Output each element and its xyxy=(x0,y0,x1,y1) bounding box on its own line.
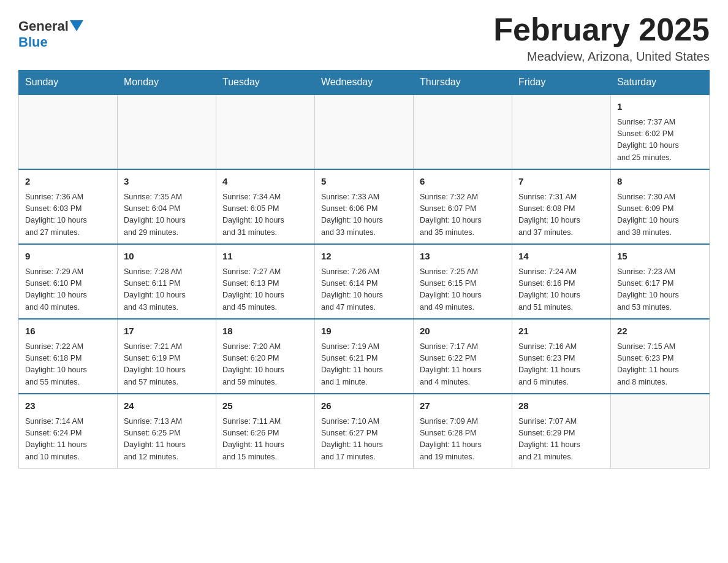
table-row xyxy=(414,94,512,169)
header-saturday: Saturday xyxy=(611,71,710,95)
day-number: 23 xyxy=(25,399,111,413)
table-row: 2Sunrise: 7:36 AMSunset: 6:03 PMDaylight… xyxy=(19,169,118,244)
day-number: 27 xyxy=(420,399,506,413)
logo-general-text: General xyxy=(18,18,69,34)
calendar-week-row: 1Sunrise: 7:37 AMSunset: 6:02 PMDaylight… xyxy=(19,94,710,169)
table-row xyxy=(19,94,118,169)
table-row: 15Sunrise: 7:23 AMSunset: 6:17 PMDayligh… xyxy=(611,244,710,319)
table-row: 10Sunrise: 7:28 AMSunset: 6:11 PMDayligh… xyxy=(118,244,216,319)
day-number: 21 xyxy=(518,324,604,339)
day-info: Sunrise: 7:13 AMSunset: 6:25 PMDaylight:… xyxy=(124,416,210,464)
logo-blue-text: Blue xyxy=(18,34,48,50)
day-number: 28 xyxy=(518,399,604,413)
table-row: 4Sunrise: 7:34 AMSunset: 6:05 PMDaylight… xyxy=(216,169,315,244)
day-info: Sunrise: 7:19 AMSunset: 6:21 PMDaylight:… xyxy=(321,341,407,389)
day-number: 11 xyxy=(222,250,308,264)
day-info: Sunrise: 7:28 AMSunset: 6:11 PMDaylight:… xyxy=(124,266,210,314)
table-row: 16Sunrise: 7:22 AMSunset: 6:18 PMDayligh… xyxy=(19,319,118,394)
table-row xyxy=(611,394,710,469)
day-info: Sunrise: 7:33 AMSunset: 6:06 PMDaylight:… xyxy=(321,191,407,239)
table-row: 18Sunrise: 7:20 AMSunset: 6:20 PMDayligh… xyxy=(216,319,315,394)
day-number: 17 xyxy=(124,324,210,339)
table-row: 24Sunrise: 7:13 AMSunset: 6:25 PMDayligh… xyxy=(118,394,216,469)
day-number: 8 xyxy=(617,175,703,189)
day-number: 7 xyxy=(518,175,604,189)
day-info: Sunrise: 7:26 AMSunset: 6:14 PMDaylight:… xyxy=(321,266,407,314)
table-row: 6Sunrise: 7:32 AMSunset: 6:07 PMDaylight… xyxy=(414,169,512,244)
day-info: Sunrise: 7:36 AMSunset: 6:03 PMDaylight:… xyxy=(25,191,111,239)
table-row: 23Sunrise: 7:14 AMSunset: 6:24 PMDayligh… xyxy=(19,394,118,469)
day-info: Sunrise: 7:22 AMSunset: 6:18 PMDaylight:… xyxy=(25,341,111,389)
calendar-week-row: 16Sunrise: 7:22 AMSunset: 6:18 PMDayligh… xyxy=(19,319,710,394)
day-number: 9 xyxy=(25,250,111,264)
day-info: Sunrise: 7:15 AMSunset: 6:23 PMDaylight:… xyxy=(617,341,703,389)
day-info: Sunrise: 7:25 AMSunset: 6:15 PMDaylight:… xyxy=(420,266,506,314)
day-number: 16 xyxy=(25,324,111,339)
logo: General Blue xyxy=(18,12,83,50)
calendar-week-row: 2Sunrise: 7:36 AMSunset: 6:03 PMDaylight… xyxy=(19,169,710,244)
table-row: 9Sunrise: 7:29 AMSunset: 6:10 PMDaylight… xyxy=(19,244,118,319)
day-info: Sunrise: 7:24 AMSunset: 6:16 PMDaylight:… xyxy=(518,266,604,314)
day-number: 26 xyxy=(321,399,407,413)
day-number: 3 xyxy=(124,175,210,189)
page-header: General Blue February 2025 Meadview, Ari… xyxy=(18,12,710,64)
day-info: Sunrise: 7:11 AMSunset: 6:26 PMDaylight:… xyxy=(222,416,308,464)
day-info: Sunrise: 7:31 AMSunset: 6:08 PMDaylight:… xyxy=(518,191,604,239)
svg-marker-0 xyxy=(70,20,83,31)
table-row: 25Sunrise: 7:11 AMSunset: 6:26 PMDayligh… xyxy=(216,394,315,469)
day-number: 2 xyxy=(25,175,111,189)
table-row: 28Sunrise: 7:07 AMSunset: 6:29 PMDayligh… xyxy=(512,394,611,469)
table-row: 13Sunrise: 7:25 AMSunset: 6:15 PMDayligh… xyxy=(414,244,512,319)
table-row: 21Sunrise: 7:16 AMSunset: 6:23 PMDayligh… xyxy=(512,319,611,394)
day-number: 19 xyxy=(321,324,407,339)
calendar-header-row: Sunday Monday Tuesday Wednesday Thursday… xyxy=(19,71,710,95)
table-row: 22Sunrise: 7:15 AMSunset: 6:23 PMDayligh… xyxy=(611,319,710,394)
header-sunday: Sunday xyxy=(19,71,118,95)
day-info: Sunrise: 7:07 AMSunset: 6:29 PMDaylight:… xyxy=(518,416,604,464)
table-row xyxy=(118,94,216,169)
logo-triangle-icon xyxy=(70,20,83,31)
table-row xyxy=(512,94,611,169)
day-number: 15 xyxy=(617,250,703,264)
day-number: 20 xyxy=(420,324,506,339)
table-row: 17Sunrise: 7:21 AMSunset: 6:19 PMDayligh… xyxy=(118,319,216,394)
header-tuesday: Tuesday xyxy=(216,71,315,95)
month-title: February 2025 xyxy=(493,12,710,47)
day-number: 24 xyxy=(124,399,210,413)
day-info: Sunrise: 7:34 AMSunset: 6:05 PMDaylight:… xyxy=(222,191,308,239)
day-info: Sunrise: 7:17 AMSunset: 6:22 PMDaylight:… xyxy=(420,341,506,389)
day-info: Sunrise: 7:16 AMSunset: 6:23 PMDaylight:… xyxy=(518,341,604,389)
day-number: 10 xyxy=(124,250,210,264)
day-info: Sunrise: 7:37 AMSunset: 6:02 PMDaylight:… xyxy=(617,117,703,164)
calendar-week-row: 9Sunrise: 7:29 AMSunset: 6:10 PMDaylight… xyxy=(19,244,710,319)
day-number: 6 xyxy=(420,175,506,189)
header-thursday: Thursday xyxy=(414,71,512,95)
table-row: 3Sunrise: 7:35 AMSunset: 6:04 PMDaylight… xyxy=(118,169,216,244)
day-number: 14 xyxy=(518,250,604,264)
day-number: 25 xyxy=(222,399,308,413)
day-info: Sunrise: 7:10 AMSunset: 6:27 PMDaylight:… xyxy=(321,416,407,464)
table-row xyxy=(315,94,414,169)
day-info: Sunrise: 7:21 AMSunset: 6:19 PMDaylight:… xyxy=(124,341,210,389)
calendar-table: Sunday Monday Tuesday Wednesday Thursday… xyxy=(18,70,710,469)
day-number: 5 xyxy=(321,175,407,189)
day-info: Sunrise: 7:27 AMSunset: 6:13 PMDaylight:… xyxy=(222,266,308,314)
table-row: 5Sunrise: 7:33 AMSunset: 6:06 PMDaylight… xyxy=(315,169,414,244)
table-row: 14Sunrise: 7:24 AMSunset: 6:16 PMDayligh… xyxy=(512,244,611,319)
location-subtitle: Meadview, Arizona, United States xyxy=(493,50,710,64)
table-row: 1Sunrise: 7:37 AMSunset: 6:02 PMDaylight… xyxy=(611,94,710,169)
table-row: 26Sunrise: 7:10 AMSunset: 6:27 PMDayligh… xyxy=(315,394,414,469)
table-row: 11Sunrise: 7:27 AMSunset: 6:13 PMDayligh… xyxy=(216,244,315,319)
day-info: Sunrise: 7:30 AMSunset: 6:09 PMDaylight:… xyxy=(617,191,703,239)
header-friday: Friday xyxy=(512,71,611,95)
table-row: 19Sunrise: 7:19 AMSunset: 6:21 PMDayligh… xyxy=(315,319,414,394)
day-info: Sunrise: 7:20 AMSunset: 6:20 PMDaylight:… xyxy=(222,341,308,389)
day-number: 1 xyxy=(617,100,703,114)
header-monday: Monday xyxy=(118,71,216,95)
day-number: 13 xyxy=(420,250,506,264)
day-number: 4 xyxy=(222,175,308,189)
table-row xyxy=(216,94,315,169)
day-info: Sunrise: 7:09 AMSunset: 6:28 PMDaylight:… xyxy=(420,416,506,464)
day-info: Sunrise: 7:35 AMSunset: 6:04 PMDaylight:… xyxy=(124,191,210,239)
day-info: Sunrise: 7:29 AMSunset: 6:10 PMDaylight:… xyxy=(25,266,111,314)
